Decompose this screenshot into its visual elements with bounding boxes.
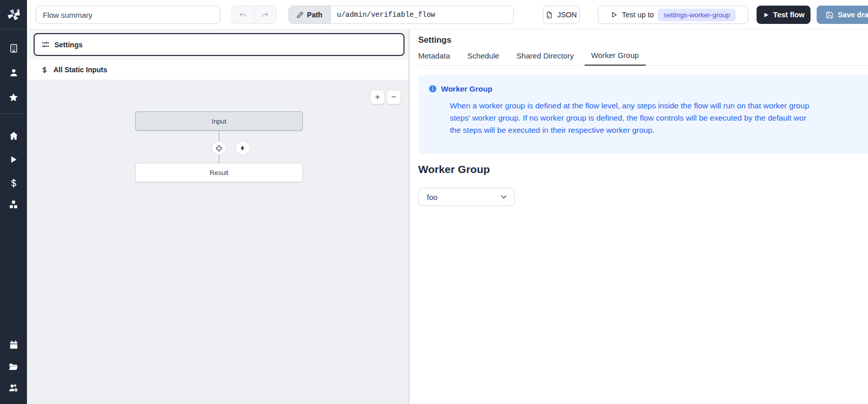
settings-panel-title: Settings	[418, 35, 868, 45]
undo-button[interactable]	[232, 6, 254, 23]
file-json-icon	[545, 11, 553, 19]
zoom-out-button[interactable]: −	[387, 90, 401, 104]
user-icon	[9, 68, 19, 78]
settings-panel: Settings Metadata Schedule Shared Direct…	[410, 30, 868, 404]
info-box-header: Worker Group	[428, 84, 868, 93]
users-cog-icon	[8, 383, 19, 393]
undo-icon	[239, 11, 247, 19]
sidebar-divider	[0, 29, 27, 30]
flow-summary-input[interactable]	[36, 6, 220, 24]
chevron-down-icon	[499, 192, 508, 201]
windmill-logo-icon	[6, 7, 21, 22]
edit-path-button[interactable]: Path	[289, 6, 331, 23]
worker-group-section-title: Worker Group	[418, 163, 868, 176]
tab-worker-group[interactable]: Worker Group	[585, 51, 646, 66]
sidebar-item-folders[interactable]	[0, 358, 27, 375]
dollar-icon	[9, 178, 19, 188]
test-flow-button[interactable]: Test flow	[757, 6, 811, 24]
worker-group-select[interactable]: foo	[418, 188, 515, 206]
star-icon	[8, 92, 19, 103]
flow-settings-card[interactable]: Settings	[34, 33, 404, 56]
tab-metadata[interactable]: Metadata	[412, 51, 457, 65]
path-group: Path	[288, 6, 514, 24]
worker-group-info-box: Worker Group When a worker group is defi…	[418, 75, 868, 154]
sidebar-item-groups[interactable]	[0, 379, 27, 396]
settings-tabs: Metadata Schedule Shared Directory Worke…	[418, 49, 868, 66]
calendar-icon	[9, 340, 19, 350]
windmill-logo[interactable]	[0, 0, 27, 29]
flow-settings-label: Settings	[54, 41, 82, 49]
path-input[interactable]	[331, 6, 513, 23]
json-button-label: JSON	[557, 11, 577, 19]
test-up-to-label: Test up to	[622, 11, 654, 19]
play-icon	[9, 155, 18, 164]
sidebar-item-runs[interactable]	[0, 151, 27, 168]
info-line: the steps will be executed in their resp…	[450, 124, 868, 136]
dollar-icon	[41, 66, 48, 74]
folder-open-icon	[8, 361, 19, 372]
pencil-icon	[297, 11, 304, 18]
path-button-label: Path	[307, 11, 322, 19]
info-box-title: Worker Group	[441, 84, 493, 93]
save-draft-button[interactable]: Save draft	[817, 6, 868, 24]
save-icon	[826, 11, 833, 19]
sidebar-divider	[0, 113, 27, 114]
info-line: steps' worker group. If no worker group …	[450, 112, 868, 124]
input-node[interactable]: Input	[135, 111, 303, 131]
play-outline-icon	[611, 11, 618, 18]
info-box-body: When a worker group is defined at the fl…	[450, 100, 868, 136]
info-line: When a worker group is defined at the fl…	[450, 100, 868, 112]
flow-editor-app: Path JSON Test up to settings-worker-gro…	[0, 0, 868, 404]
flow-editor-panel: Settings All Static Inputs + − Input Res…	[27, 30, 409, 404]
test-flow-label: Test flow	[773, 11, 805, 19]
sidebar-item-schedules[interactable]	[0, 336, 27, 354]
flow-graph-canvas[interactable]: + − Input Result	[27, 80, 409, 404]
result-node[interactable]: Result	[135, 163, 303, 182]
sidebar-item-home[interactable]	[0, 127, 27, 145]
plus-icon	[215, 145, 223, 152]
sliders-icon	[41, 40, 50, 49]
bolt-icon	[239, 145, 246, 152]
undo-redo-group	[232, 6, 276, 24]
building-icon	[9, 43, 19, 53]
all-static-inputs-item[interactable]: All Static Inputs	[27, 59, 409, 80]
redo-button[interactable]	[254, 6, 276, 23]
sidebar-item-user[interactable]	[0, 64, 27, 81]
sidebar-item-variables[interactable]	[0, 175, 27, 192]
home-icon	[9, 131, 19, 141]
tab-shared-directory[interactable]: Shared Directory	[510, 51, 581, 65]
add-step-button[interactable]	[212, 141, 225, 155]
play-filled-icon	[763, 12, 769, 18]
tab-schedule[interactable]: Schedule	[461, 51, 506, 65]
redo-icon	[261, 11, 269, 19]
json-button[interactable]: JSON	[543, 6, 580, 24]
sidebar-item-resources[interactable]	[0, 196, 27, 213]
worker-group-select-value: foo	[427, 193, 438, 201]
all-static-inputs-label: All Static Inputs	[53, 66, 107, 74]
topbar: Path JSON Test up to settings-worker-gro…	[27, 0, 868, 30]
sidebar-item-favorites[interactable]	[0, 89, 27, 106]
save-draft-label: Save draft	[837, 11, 868, 19]
test-up-to-step-badge: settings-worker-group	[658, 9, 736, 21]
sidebar	[0, 0, 27, 404]
boxes-icon	[8, 199, 19, 210]
test-up-to-button[interactable]: Test up to settings-worker-group	[598, 6, 748, 24]
info-icon	[428, 84, 437, 93]
zoom-in-button[interactable]: +	[370, 90, 385, 104]
sidebar-item-workspace[interactable]	[0, 40, 27, 57]
trigger-button[interactable]	[236, 141, 249, 155]
